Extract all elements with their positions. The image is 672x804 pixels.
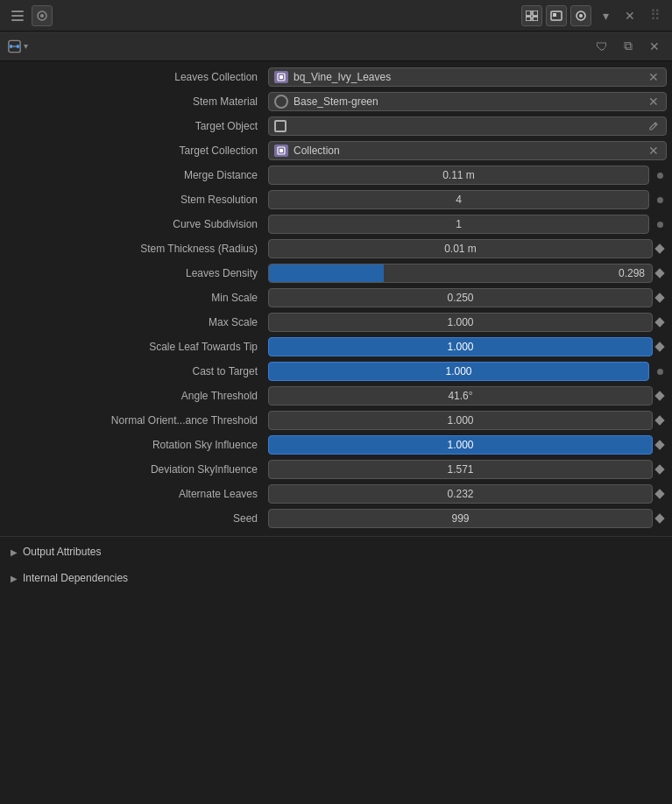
- expand-icon[interactable]: ▾: [595, 5, 616, 26]
- number-field[interactable]: 1.571: [268, 460, 653, 479]
- property-field[interactable]: 1: [268, 215, 649, 234]
- svg-rect-6: [533, 11, 538, 16]
- section-label: Internal Dependencies: [23, 572, 128, 584]
- property-label: Target Object: [5, 120, 268, 132]
- svg-rect-1: [11, 15, 24, 17]
- property-label: Target Collection: [5, 145, 268, 157]
- property-field[interactable]: 1.000: [268, 337, 653, 356]
- keyframe-icon[interactable]: [653, 487, 667, 501]
- property-label: Seed: [5, 512, 268, 525]
- number-field[interactable]: 4: [268, 190, 649, 209]
- property-label: Scale Leaf Towards Tip: [5, 341, 268, 353]
- property-field[interactable]: 0.298: [268, 264, 653, 283]
- number-field[interactable]: 999: [268, 509, 653, 528]
- layout-icon[interactable]: [521, 5, 542, 26]
- field-edit-button[interactable]: [647, 119, 661, 133]
- keyframe-icon[interactable]: [653, 438, 667, 452]
- grid-dots-icon[interactable]: ⠿: [644, 5, 665, 26]
- property-dot[interactable]: [653, 193, 667, 207]
- property-dot[interactable]: [653, 217, 667, 231]
- keyframe-icon[interactable]: [653, 413, 667, 427]
- svg-rect-18: [279, 75, 283, 79]
- title-bar-right-buttons: ▾ ✕ ⠿: [521, 5, 665, 26]
- number-field[interactable]: 0.01 m: [268, 239, 653, 258]
- property-field[interactable]: [268, 116, 667, 136]
- property-label: Normal Orient...ance Threshold: [5, 414, 268, 427]
- keyframe-icon[interactable]: [653, 389, 667, 403]
- number-field[interactable]: 0.232: [268, 484, 653, 504]
- title-bar-icons: [7, 5, 53, 26]
- property-field[interactable]: 1.000: [268, 362, 649, 381]
- keyframe-icon[interactable]: [653, 340, 667, 354]
- property-label: Stem Thickness (Radius): [5, 243, 268, 255]
- property-row: Stem Resolution4: [0, 187, 672, 212]
- property-field[interactable]: bq_Vine_Ivy_Leaves✕: [268, 67, 667, 87]
- property-row: Angle Threshold41.6°: [0, 384, 672, 408]
- keyframe-icon[interactable]: [653, 511, 667, 525]
- property-row: Seed999: [0, 506, 672, 531]
- pin-icon[interactable]: [32, 5, 53, 26]
- property-label: Max Scale: [5, 316, 268, 328]
- property-field[interactable]: 1.000: [268, 435, 653, 455]
- svg-point-12: [579, 14, 583, 18]
- close-node-icon[interactable]: ✕: [644, 36, 665, 57]
- property-row: Merge Distance0.11 m: [0, 163, 672, 187]
- close-window-icon[interactable]: ✕: [619, 5, 640, 26]
- property-label: Deviation SkyInfluence: [5, 463, 268, 476]
- section-header[interactable]: ▶Internal Dependencies: [0, 565, 672, 591]
- number-field[interactable]: 1.000: [268, 337, 653, 356]
- property-field[interactable]: 999: [268, 509, 653, 528]
- property-field[interactable]: Base_Stem-green✕: [268, 92, 667, 111]
- property-row: Stem MaterialBase_Stem-green✕: [0, 89, 672, 114]
- field-value: Base_Stem-green: [294, 95, 641, 108]
- property-dot[interactable]: [653, 364, 667, 378]
- field-value: bq_Vine_Ivy_Leaves: [294, 71, 641, 83]
- number-field[interactable]: 1.000: [268, 362, 649, 381]
- field-value: 0.298: [619, 267, 645, 279]
- property-row: Min Scale0.250: [0, 286, 672, 310]
- property-field[interactable]: 4: [268, 190, 649, 209]
- number-field[interactable]: 41.6°: [268, 386, 653, 406]
- shield-icon[interactable]: 🛡: [591, 36, 612, 57]
- number-field[interactable]: 1.000: [268, 313, 653, 332]
- property-field[interactable]: 0.250: [268, 288, 653, 307]
- property-field[interactable]: 1.000: [268, 313, 653, 332]
- keyframe-icon[interactable]: [653, 291, 667, 305]
- number-field[interactable]: 1: [268, 215, 649, 234]
- svg-rect-5: [526, 11, 531, 16]
- chevron-right-icon: ▶: [11, 547, 18, 557]
- field-clear-button[interactable]: ✕: [647, 70, 661, 84]
- keyframe-icon[interactable]: [653, 315, 667, 329]
- number-field[interactable]: 1.000: [268, 435, 653, 455]
- property-field[interactable]: 1.000: [268, 411, 653, 430]
- object-icon: [274, 120, 286, 132]
- property-label: Leaves Density: [5, 267, 268, 279]
- node-type-dropdown[interactable]: ▾: [7, 36, 28, 57]
- property-field[interactable]: 41.6°: [268, 386, 653, 406]
- editor-icon[interactable]: [546, 5, 567, 26]
- property-field[interactable]: 1.571: [268, 460, 653, 479]
- section-header[interactable]: ▶Output Attributes: [0, 539, 672, 565]
- property-field[interactable]: 0.01 m: [268, 239, 653, 258]
- keyframe-icon[interactable]: [653, 242, 667, 256]
- keyframe-icon[interactable]: [653, 266, 667, 280]
- property-field[interactable]: 0.232: [268, 484, 653, 504]
- number-field[interactable]: 0.250: [268, 288, 653, 307]
- svg-rect-10: [553, 13, 556, 17]
- render-icon[interactable]: [570, 5, 591, 26]
- property-field[interactable]: Collection✕: [268, 141, 667, 160]
- property-field[interactable]: 0.11 m: [268, 166, 649, 185]
- chevron-right-icon: ▶: [11, 574, 18, 583]
- property-row: Max Scale1.000: [0, 310, 672, 335]
- number-field[interactable]: 0.11 m: [268, 166, 649, 185]
- title-bar: ▾ ✕ ⠿: [0, 0, 672, 32]
- property-label: Cast to Target: [5, 365, 268, 377]
- number-field[interactable]: 1.000: [268, 411, 653, 430]
- keyframe-icon[interactable]: [653, 462, 667, 476]
- property-row: Scale Leaf Towards Tip1.000: [0, 335, 672, 359]
- property-dot[interactable]: [653, 168, 667, 182]
- field-clear-button[interactable]: ✕: [647, 144, 661, 158]
- copy-node-icon[interactable]: ⧉: [618, 36, 639, 57]
- field-clear-button[interactable]: ✕: [647, 95, 661, 109]
- menu-icon[interactable]: [7, 5, 28, 26]
